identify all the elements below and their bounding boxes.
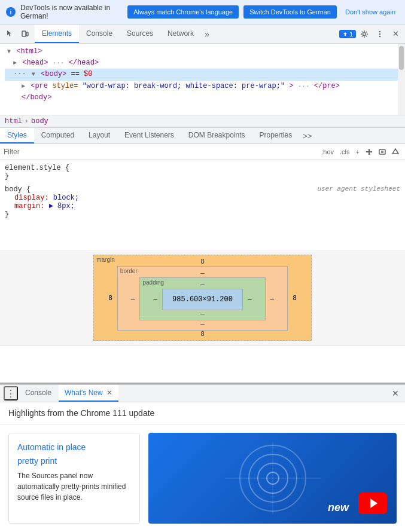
whats-new-content: Automatic in place pretty print The Sour… — [0, 424, 405, 532]
more-options-icon[interactable] — [373, 27, 387, 41]
inspect-icon[interactable] — [2, 27, 17, 41]
svg-rect-8 — [379, 149, 385, 154]
expand-head-triangle[interactable]: ► — [13, 60, 17, 66]
card-text: The Sources panel now automatically pret… — [17, 470, 131, 503]
padding-right: – — [245, 295, 254, 303]
play-triangle-icon — [370, 499, 377, 508]
color-format-icon[interactable] — [389, 146, 401, 158]
panel-tab-dom-breakpoints[interactable]: DOM Breakpoints — [181, 128, 252, 143]
panel-tab-more[interactable]: >> — [299, 129, 315, 143]
dom-scroll-thumb — [399, 46, 404, 70]
margin-label: margin — [96, 256, 115, 263]
add-style-button[interactable]: + — [354, 147, 362, 157]
dom-content: ▼ <html> ► <head> ··· </head> ··· ▼ <bod… — [0, 44, 405, 106]
device-icon[interactable] — [18, 27, 32, 41]
breadcrumb-html[interactable]: html — [5, 117, 22, 126]
dom-scrollbar[interactable] — [398, 44, 405, 115]
panel-tab-layout[interactable]: Layout — [81, 128, 117, 143]
svg-point-3 — [379, 30, 380, 32]
whats-new-header: Highlights from the Chrome 111 update — [0, 402, 405, 424]
element-style-rule: element.style { } — [5, 164, 400, 181]
box-model-container: margin 8 8 8 border – – – — [0, 250, 405, 346]
dom-closebody-line[interactable]: </body> — [5, 92, 400, 103]
card-subtitle: pretty print — [17, 456, 131, 466]
expand-body-triangle[interactable]: ▼ — [32, 71, 35, 78]
match-language-button[interactable]: Always match Chrome's language — [127, 5, 239, 19]
close-bottom-panel-button[interactable]: ✕ — [389, 387, 401, 399]
tab-sources[interactable]: Sources — [120, 25, 160, 43]
close-devtools-button[interactable]: ✕ — [388, 27, 403, 41]
panel-tabs: Styles Computed Layout Event Listeners D… — [0, 128, 405, 144]
svg-rect-0 — [22, 31, 26, 36]
bottom-tab-console[interactable]: Console — [19, 385, 57, 402]
padding-top: – — [200, 280, 205, 288]
bottom-menu-button[interactable]: ⋮ — [4, 386, 18, 400]
body-style-rule: body { user agent stylesheet display: bl… — [5, 185, 400, 219]
padding-bottom: – — [200, 310, 205, 317]
panel-tab-styles[interactable]: Styles — [0, 128, 34, 143]
margin-left: 8 — [106, 294, 115, 302]
filter-input[interactable] — [4, 148, 316, 156]
border-top: – — [200, 269, 205, 277]
feature-card: Automatic in place pretty print The Sour… — [8, 433, 140, 524]
tab-console[interactable]: Console — [79, 25, 120, 43]
styles-panel: element.style { } body { user agent styl… — [0, 160, 405, 250]
panel-tab-properties[interactable]: Properties — [252, 128, 300, 143]
margin-right: 8 — [290, 294, 299, 302]
dont-show-again-button[interactable]: Don't show again — [342, 5, 399, 19]
cls-button[interactable]: .cls — [337, 147, 352, 157]
box-model: margin 8 8 8 border – – – — [93, 255, 312, 341]
svg-point-2 — [363, 32, 366, 35]
toggle-element-icon[interactable] — [376, 146, 388, 158]
tab-elements[interactable]: Elements — [35, 25, 79, 43]
filter-bar: :hov .cls + — [0, 144, 405, 160]
margin-box: margin 8 8 8 border – – – — [93, 255, 312, 341]
expand-html-triangle[interactable]: ▼ — [7, 48, 11, 55]
whats-new-thumbnail: new — [148, 433, 397, 524]
dom-html-line[interactable]: ▼ <html> — [5, 46, 400, 57]
expand-pre-triangle[interactable]: ► — [22, 83, 25, 90]
svg-rect-7 — [369, 149, 370, 155]
margin-bottom: 8 — [200, 330, 205, 338]
svg-point-4 — [379, 33, 380, 34]
padding-left: – — [151, 295, 160, 303]
dom-pre-line[interactable]: ► <pre style= "word-wrap: break-word; wh… — [5, 81, 400, 92]
svg-marker-11 — [392, 149, 398, 154]
whats-new-panel: Highlights from the Chrome 111 update Au… — [0, 402, 405, 532]
info-bar: i DevTools is now available in German! A… — [0, 0, 405, 25]
info-icon: i — [6, 7, 16, 17]
padding-box: padding – – – 985.600×91.200 — [139, 277, 265, 320]
dom-body-line[interactable]: ··· ▼ <body> == $0 — [5, 69, 400, 80]
bottom-section: ⋮ Console What's New ✕ ✕ Highlights from… — [0, 383, 405, 532]
settings-icon[interactable] — [357, 27, 371, 41]
panel-tab-event-listeners[interactable]: Event Listeners — [117, 128, 181, 143]
border-right: – — [268, 295, 277, 302]
margin-top: 8 — [200, 258, 205, 265]
bottom-tab-bar: ⋮ Console What's New ✕ ✕ — [0, 384, 405, 402]
thumbnail-decoration — [225, 442, 321, 514]
border-left: – — [129, 295, 138, 302]
dom-head-line[interactable]: ► <head> ··· </head> — [5, 57, 400, 69]
close-whats-new-button[interactable]: ✕ — [106, 389, 112, 397]
tab-network[interactable]: Network — [160, 25, 201, 43]
new-style-rule-icon[interactable] — [363, 146, 375, 158]
border-bottom: – — [200, 320, 205, 328]
breadcrumb: html › body — [0, 115, 405, 128]
padding-label: padding — [142, 279, 164, 286]
panel-tab-computed[interactable]: Computed — [34, 128, 81, 143]
svg-rect-1 — [26, 32, 28, 36]
breadcrumb-body[interactable]: body — [31, 117, 48, 126]
info-text: DevTools is now available in German! — [20, 4, 123, 20]
bottom-tab-whats-new[interactable]: What's New ✕ — [59, 385, 118, 402]
hov-button[interactable]: :hov — [319, 147, 336, 157]
play-button[interactable] — [358, 493, 387, 514]
border-box: border – – – padding – – — [117, 266, 288, 331]
more-tabs-button[interactable]: » — [201, 25, 213, 43]
border-label: border — [120, 268, 138, 274]
main-tabs: Elements Console Sources Network » — [35, 25, 339, 43]
notification-badge[interactable]: 1 — [339, 30, 356, 38]
dom-panel: ▼ <html> ► <head> ··· </head> ··· ▼ <bod… — [0, 44, 405, 115]
content-box: 985.600×91.200 — [162, 289, 243, 310]
new-text-badge: new — [328, 502, 349, 514]
switch-devtools-button[interactable]: Switch DevTools to German — [243, 5, 337, 19]
